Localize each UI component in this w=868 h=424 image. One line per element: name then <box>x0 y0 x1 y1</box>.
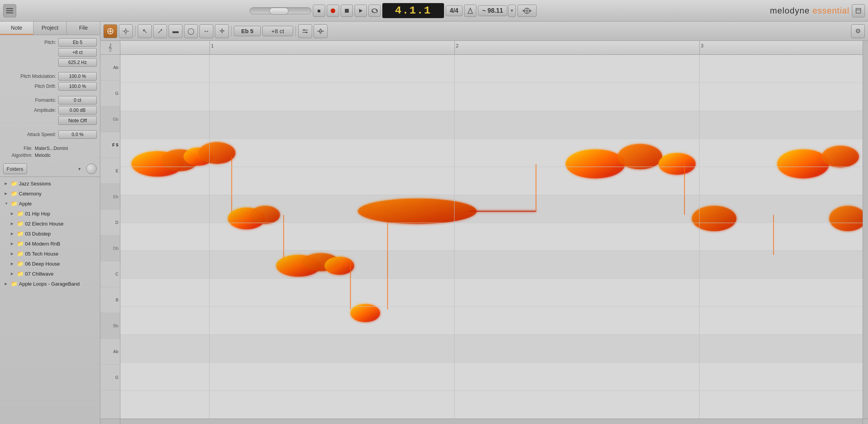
folder-item-chillwave[interactable]: ▶📁07 Chillwave <box>0 269 100 279</box>
note-off-button[interactable]: Note Off <box>58 116 97 125</box>
right-scrollbar[interactable] <box>863 41 868 55</box>
time-tool[interactable]: ↔ <box>199 24 213 38</box>
pan-tool[interactable]: ✛ <box>215 24 229 38</box>
folder-item-celemony[interactable]: ▶📁Celemony <box>0 188 100 199</box>
folder-item-electro-house[interactable]: ▶📁02 Electro House <box>0 219 100 229</box>
folder-icon: 📁 <box>17 220 24 227</box>
cents-row: +8 ct <box>3 48 97 57</box>
folder-item-tech-house[interactable]: ▶📁05 Tech House <box>0 249 100 259</box>
piano-key-ab[interactable]: Ab <box>100 339 120 365</box>
folder-icon: 📁 <box>17 261 24 267</box>
formant-tool[interactable]: ◯ <box>184 24 198 38</box>
loop-button[interactable] <box>368 5 381 17</box>
folder-triangle-icon: ▶ <box>5 182 9 185</box>
piano-key-db[interactable]: Db <box>100 236 120 261</box>
select-tool[interactable]: ↖ <box>138 24 152 38</box>
quantize-button[interactable] <box>298 24 312 38</box>
sidebar-toggle-button[interactable] <box>3 4 16 17</box>
piano-key-d[interactable]: D <box>100 210 120 236</box>
browser-mode-select[interactable]: Folders <box>3 163 27 174</box>
note-grid[interactable] <box>120 55 863 419</box>
time-signature[interactable]: 4/4 <box>446 5 463 16</box>
settings-tool[interactable] <box>119 24 133 38</box>
ruler-mark-3: 3 <box>701 43 704 49</box>
navigation-button[interactable] <box>517 5 537 17</box>
folder-item-jazz[interactable]: ▶📁Jazz Sessions <box>0 178 100 188</box>
pitch-drift-value[interactable]: 100.0 % <box>58 82 97 91</box>
svg-marker-5 <box>359 9 363 13</box>
volume-slider[interactable] <box>250 7 311 14</box>
piano-key-f5[interactable]: F 5 <box>100 132 120 158</box>
tempo-down-button[interactable]: ▼ <box>508 5 516 17</box>
record-button[interactable] <box>327 5 339 17</box>
folder-icon: 📁 <box>11 281 17 287</box>
piano-key-gb[interactable]: Gb <box>100 106 120 132</box>
editor-toolbar: ↖ ▬ ◯ ↔ ✛ Eb 5 +8 ct <box>100 22 868 41</box>
piano-key-e[interactable]: E <box>100 158 120 184</box>
folder-item-modern-rnb[interactable]: ▶📁04 Modern RnB <box>0 239 100 249</box>
folder-triangle-icon: ▶ <box>11 242 15 246</box>
piano-key-bb[interactable]: Bb <box>100 313 120 339</box>
stop-button[interactable] <box>341 5 353 17</box>
browser-knob[interactable] <box>86 163 97 174</box>
folder-item-apple-loops[interactable]: ▶📁Apple Loops - GarageBand <box>0 279 100 289</box>
folder-item-apple[interactable]: ▼📁Apple <box>0 199 100 209</box>
metronome-button[interactable] <box>464 5 476 17</box>
snap-button[interactable] <box>314 24 328 38</box>
tempo-area: ~ 98.11 ▼ <box>478 5 516 17</box>
settings-gear-button[interactable]: ⚙ <box>851 24 865 38</box>
tab-project[interactable]: Project <box>34 22 67 35</box>
pitch-tool[interactable] <box>153 24 167 38</box>
piano-key-b[interactable]: B <box>100 287 120 313</box>
folder-tree: ▶📁Jazz Sessions▶📁Celemony▼📁Apple▶📁01 Hip… <box>0 177 100 424</box>
tempo-display[interactable]: ~ 98.11 <box>478 5 507 16</box>
svg-marker-11 <box>522 10 524 12</box>
folder-name: 01 Hip Hop <box>25 211 50 217</box>
folder-name: 03 Dubstep <box>25 231 51 237</box>
browser-mode-wrapper: Folders ▼ <box>3 163 84 174</box>
amplitude-value[interactable]: 0.00 dB <box>58 106 97 114</box>
pitch-modulation-value[interactable]: 100.0 % <box>58 72 97 81</box>
amplitude-row: Amplitude: 0.00 dB <box>3 106 97 114</box>
formants-label: Formants: <box>17 98 56 103</box>
file-label: File: <box>6 146 32 151</box>
folder-name: 05 Tech House <box>25 251 59 257</box>
tab-file[interactable]: File <box>67 22 100 35</box>
hz-value[interactable]: 625.2 Hz <box>58 58 97 67</box>
piano-key-eb[interactable]: Eb <box>100 184 120 210</box>
attack-speed-value[interactable]: 0.0 % <box>58 130 97 139</box>
formants-value[interactable]: 0 ct <box>58 96 97 104</box>
folder-item-deep-house[interactable]: ▶📁06 Deep House <box>0 259 100 269</box>
position-display[interactable]: 4.1.1 <box>382 3 444 18</box>
pitch-value[interactable]: Eb 5 <box>58 38 97 47</box>
piano-key-ab[interactable]: Ab <box>100 55 120 81</box>
cents-value[interactable]: +8 ct <box>58 48 97 57</box>
tab-note[interactable]: Note <box>0 22 34 35</box>
play-button[interactable] <box>355 5 367 17</box>
vertical-scrollbar[interactable] <box>863 55 868 419</box>
svg-point-24 <box>306 32 307 33</box>
folder-triangle-icon: ▶ <box>11 222 15 225</box>
left-panel: Note Project File Pitch: Eb 5 +8 ct 625.… <box>0 22 100 424</box>
clef-icon: 𝄞 <box>100 41 120 55</box>
amplitude-label: Amplitude: <box>17 108 56 113</box>
timeline-ruler[interactable]: 1 2 3 <box>120 41 863 55</box>
horizontal-scrollbar[interactable] <box>120 419 863 424</box>
piano-key-g[interactable]: G <box>100 365 120 390</box>
folder-item-hip-hop[interactable]: ▶📁01 Hip Hop <box>0 209 100 219</box>
current-cents-display: +8 ct <box>262 26 293 36</box>
folder-item-dubstep[interactable]: ▶📁03 Dubstep <box>0 229 100 239</box>
piano-key-c[interactable]: C <box>100 261 120 287</box>
folder-icon: 📁 <box>17 251 24 257</box>
piano-key-g[interactable]: G <box>100 81 120 106</box>
svg-marker-12 <box>530 10 532 12</box>
svg-point-52 <box>829 206 863 231</box>
folder-triangle-icon: ▶ <box>11 232 15 236</box>
svg-rect-4 <box>345 9 349 13</box>
pitch-edit-tool[interactable] <box>103 24 117 38</box>
svg-point-33 <box>250 206 280 224</box>
square-button[interactable]: ■ <box>313 5 325 17</box>
amplitude-tool[interactable]: ▬ <box>169 24 182 38</box>
window-button[interactable] <box>852 4 865 17</box>
svg-rect-2 <box>6 12 13 13</box>
